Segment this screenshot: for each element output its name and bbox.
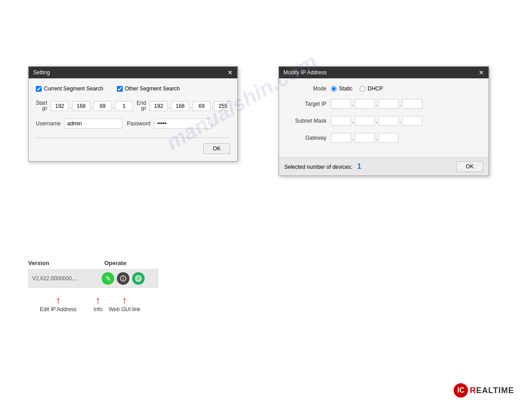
start-ip-label: Start IP bbox=[36, 100, 47, 112]
modify-ok-button[interactable]: OK bbox=[456, 161, 483, 172]
edit-arrow-icon: ↑ bbox=[56, 295, 60, 305]
subnet-a[interactable] bbox=[331, 116, 351, 126]
end-ip-label: End IP bbox=[137, 100, 146, 112]
svg-text:i: i bbox=[123, 277, 124, 281]
target-ip-c[interactable] bbox=[378, 99, 399, 109]
dot2: . bbox=[91, 103, 93, 110]
modify-dialog-body: Mode Static DHCP Target IP . . . bbox=[279, 78, 489, 157]
gateway-b[interactable] bbox=[355, 133, 375, 143]
target-ip-b[interactable] bbox=[355, 99, 375, 109]
password-input[interactable] bbox=[154, 119, 212, 128]
separator bbox=[36, 137, 230, 138]
t-dot2: . bbox=[376, 100, 378, 107]
s-dot1: . bbox=[352, 117, 354, 124]
end-ip-b[interactable] bbox=[171, 101, 189, 111]
bottom-section: Version Operate V2.622.0000000.... ✎ i bbox=[28, 260, 158, 288]
g-dot1: . bbox=[352, 134, 354, 141]
column-headers: Version Operate bbox=[28, 260, 158, 266]
setting-title-text: Setting bbox=[33, 69, 50, 76]
other-segment-checkbox[interactable] bbox=[117, 86, 123, 92]
end-ip-d[interactable] bbox=[214, 101, 232, 111]
setting-dialog: Setting ✕ Current Segment Search Other S… bbox=[28, 66, 238, 162]
end-ip-a[interactable] bbox=[150, 101, 167, 111]
web-arrow-label: Web GUI link bbox=[109, 306, 140, 313]
start-ip-b[interactable] bbox=[72, 101, 90, 111]
target-ip-row: Target IP . . . bbox=[286, 99, 481, 109]
logo: IC REALTIME bbox=[454, 383, 514, 398]
subnet-mask-field: . . . bbox=[331, 116, 422, 126]
dot3: . bbox=[112, 103, 114, 110]
edit-ip-button[interactable]: ✎ bbox=[102, 272, 114, 285]
modify-close-button[interactable]: ✕ bbox=[479, 69, 484, 76]
mode-label: Mode bbox=[286, 86, 326, 92]
other-segment-item: Other Segment Search bbox=[117, 86, 180, 92]
web-icon bbox=[135, 275, 142, 282]
logo-text: REALTIME bbox=[470, 386, 514, 395]
logo-icon-text: IC bbox=[457, 386, 464, 394]
target-ip-field: . . . bbox=[331, 99, 422, 109]
dot4: . bbox=[168, 103, 170, 110]
info-arrow-item: ↑ Info bbox=[94, 295, 103, 313]
modify-dialog: Modify IP Address ✕ Mode Static DHCP Tar… bbox=[279, 66, 489, 176]
start-ip-d[interactable] bbox=[115, 101, 133, 111]
dot1: . bbox=[69, 103, 71, 110]
modify-title-text: Modify IP Address bbox=[283, 69, 327, 76]
arrows-section: ↑ Edit IP Address ↑ Info ↑ Web GUI link bbox=[28, 295, 140, 313]
target-ip-a[interactable] bbox=[331, 99, 351, 109]
static-radio-item: Static bbox=[331, 86, 352, 92]
info-button[interactable]: i bbox=[117, 272, 129, 285]
setting-dialog-body: Current Segment Search Other Segment Sea… bbox=[29, 78, 237, 161]
dhcp-label: DHCP bbox=[368, 86, 383, 92]
end-ip-c[interactable] bbox=[193, 101, 210, 111]
password-label: Password bbox=[126, 120, 150, 127]
setting-close-button[interactable]: ✕ bbox=[227, 69, 233, 76]
target-ip-d[interactable] bbox=[402, 99, 422, 109]
dot6: . bbox=[211, 103, 213, 110]
info-arrow-icon: ↑ bbox=[95, 295, 100, 305]
edit-arrow-item: ↑ Edit IP Address bbox=[40, 295, 77, 313]
start-ip-c[interactable] bbox=[94, 101, 112, 111]
dhcp-radio[interactable] bbox=[360, 86, 365, 92]
subnet-d[interactable] bbox=[402, 116, 422, 126]
dhcp-radio-item: DHCP bbox=[360, 86, 383, 92]
web-arrow-icon: ↑ bbox=[122, 295, 127, 305]
gateway-a[interactable] bbox=[331, 133, 351, 143]
selected-label: Selected number of devices: bbox=[284, 164, 352, 170]
username-input[interactable] bbox=[64, 119, 122, 128]
selected-info: Selected number of devices: 1 bbox=[284, 163, 361, 171]
modify-dialog-title: Modify IP Address ✕ bbox=[279, 67, 489, 78]
version-header: Version bbox=[28, 260, 104, 266]
target-ip-label: Target IP bbox=[286, 101, 326, 107]
selected-count: 1 bbox=[357, 163, 361, 170]
ok-row: OK bbox=[36, 143, 230, 154]
g-dot2: . bbox=[376, 134, 378, 141]
modify-footer: Selected number of devices: 1 OK bbox=[279, 157, 489, 176]
info-arrow-label: Info bbox=[94, 306, 103, 313]
table-row: V2.622.0000000.... ✎ i bbox=[28, 269, 158, 288]
gateway-label: Gateway bbox=[286, 135, 326, 141]
start-ip-a[interactable] bbox=[51, 101, 69, 111]
current-segment-checkbox[interactable] bbox=[36, 86, 42, 92]
start-ip-field: . . . bbox=[51, 101, 133, 111]
static-radio[interactable] bbox=[331, 86, 337, 92]
gateway-row: Gateway . . bbox=[286, 133, 481, 143]
setting-dialog-title: Setting ✕ bbox=[29, 67, 237, 78]
edit-arrow-label: Edit IP Address bbox=[40, 306, 77, 313]
subnet-b[interactable] bbox=[355, 116, 375, 126]
start-ip-row: Start IP . . . End IP . . . bbox=[36, 100, 230, 112]
setting-ok-button[interactable]: OK bbox=[203, 143, 230, 154]
dot5: . bbox=[190, 103, 192, 110]
subnet-mask-label: Subnet Mask bbox=[286, 118, 326, 124]
gateway-c[interactable] bbox=[378, 133, 399, 143]
subnet-c[interactable] bbox=[378, 116, 399, 126]
other-segment-label: Other Segment Search bbox=[125, 86, 180, 92]
t-dot1: . bbox=[352, 100, 354, 107]
gateway-field: . . bbox=[331, 133, 399, 143]
version-cell: V2.622.0000000.... bbox=[32, 275, 102, 282]
current-segment-item: Current Segment Search bbox=[36, 86, 103, 92]
mode-row: Mode Static DHCP bbox=[286, 86, 481, 92]
end-ip-field: . . . bbox=[150, 101, 232, 111]
user-row: Username Password bbox=[36, 119, 230, 128]
s-dot3: . bbox=[399, 117, 401, 124]
web-gui-button[interactable] bbox=[132, 272, 145, 285]
